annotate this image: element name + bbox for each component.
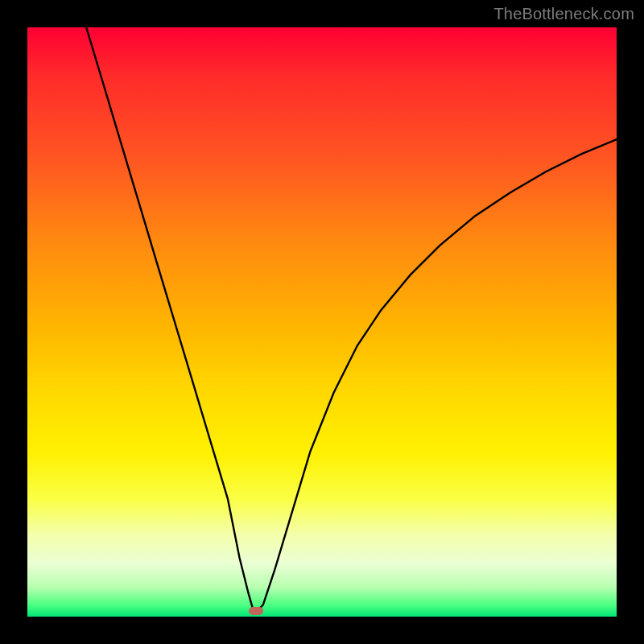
optimum-marker	[249, 607, 263, 615]
curve-layer	[27, 27, 617, 617]
chart-frame: TheBottleneck.com	[0, 0, 644, 644]
plot-area	[27, 27, 617, 617]
watermark-text: TheBottleneck.com	[493, 5, 634, 23]
bottleneck-curve-path	[86, 27, 617, 613]
